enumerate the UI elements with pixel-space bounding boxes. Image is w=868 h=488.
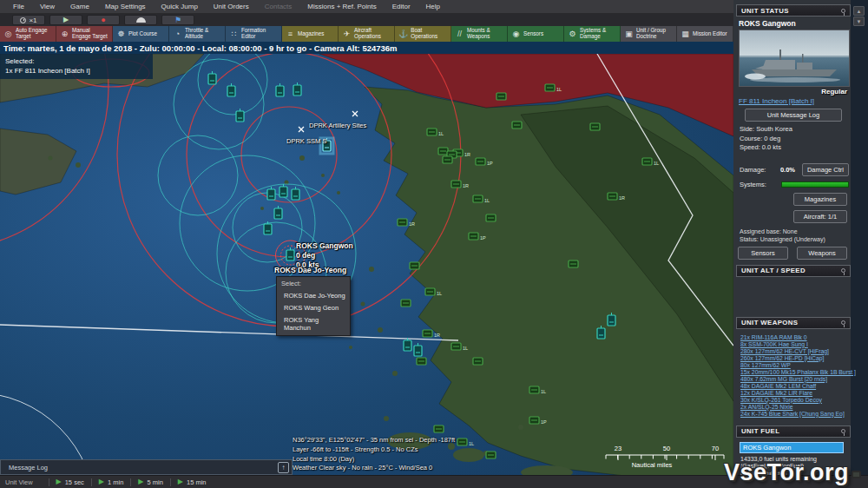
pin-icon[interactable] bbox=[841, 320, 845, 325]
weapon-link[interactable]: 12x DAGAIE Mk2 LIR Flare bbox=[740, 390, 851, 397]
ribbon-button-label: Mounts & Weapons bbox=[467, 28, 505, 40]
menu-item-map-settings[interactable]: Map Settings bbox=[97, 0, 154, 14]
weapon-link[interactable]: 2x AN/SLQ-25 Nixie bbox=[740, 404, 851, 411]
record-button[interactable]: ● bbox=[87, 15, 120, 25]
weapon-link[interactable]: 21x RIM-116A RAM Blk 0 bbox=[740, 334, 851, 341]
weapon-link[interactable]: 30x K/SLQ-261 Torpedo Decoy bbox=[740, 397, 851, 404]
ribbon-button-manual-engage-target[interactable]: ⊕Manual Engage Target bbox=[56, 26, 113, 42]
ribbon-button-unit-group-doctrine[interactable]: ▣Unit / Group Doctrine bbox=[621, 26, 677, 42]
menu-item-view[interactable]: View bbox=[32, 0, 62, 14]
unit-class-link[interactable]: FF 811 Incheon [Batch I] bbox=[739, 97, 851, 105]
facility-icon[interactable] bbox=[438, 148, 448, 155]
unit-alt-speed-header[interactable]: UNIT ALT / SPEED bbox=[736, 265, 851, 277]
menu-item-editor[interactable]: Editor bbox=[385, 0, 418, 14]
menu-item-help[interactable]: Help bbox=[418, 0, 448, 14]
facility-icon[interactable] bbox=[569, 260, 578, 267]
ribbon-button-mission-editor[interactable]: ▦Mission Editor bbox=[677, 26, 733, 42]
ribbon-button-systems-damage[interactable]: ⚙Systems & Damage bbox=[564, 26, 621, 42]
time-step-1-min[interactable]: ▶1 min bbox=[99, 478, 124, 486]
divider bbox=[49, 478, 49, 486]
facility-icon[interactable] bbox=[473, 358, 483, 365]
time-step-5-min[interactable]: ▶5 min bbox=[138, 478, 163, 486]
time-step-15-sec[interactable]: ▶15 sec bbox=[56, 478, 84, 486]
weapon-link[interactable]: 24x K-745 Blue Shark [Chung Sang Eo] bbox=[740, 411, 851, 418]
play-icon: ▶ bbox=[178, 478, 183, 485]
run-pause-button[interactable]: ▶ bbox=[49, 15, 82, 25]
unit-message-log-button[interactable]: Unit Message Log bbox=[745, 109, 842, 122]
weapons-button[interactable]: Weapons bbox=[797, 247, 847, 260]
unit-fuel-header[interactable]: UNIT FUEL bbox=[736, 425, 851, 438]
ribbon-button-boat-operations[interactable]: ⚓Boat Operations bbox=[395, 26, 451, 42]
aircraft-button[interactable]: Aircraft: 1/1 bbox=[793, 210, 847, 223]
unit-status-header[interactable]: UNIT STATUS bbox=[736, 4, 851, 16]
map-viewport[interactable]: 1L1R1P1L1R1L1P1R1L1R1L1P1L1L1R1L Selecte… bbox=[0, 54, 733, 476]
scroll-up-icon[interactable]: ▲ bbox=[853, 6, 865, 16]
bookmark-button[interactable]: ⚑ bbox=[161, 15, 194, 25]
ribbon-button-mounts-weapons[interactable]: //Mounts & Weapons bbox=[451, 26, 508, 42]
side-label: Side: South Korea bbox=[740, 125, 851, 135]
facility-icon[interactable] bbox=[443, 156, 452, 163]
time-step-15-min[interactable]: ▶15 min bbox=[178, 478, 207, 486]
assigned-base-label: Assigned base: None bbox=[740, 228, 851, 235]
context-menu-header: Select: bbox=[277, 278, 350, 289]
scroll-down-icon[interactable]: ▼ bbox=[853, 16, 865, 26]
facility-icon[interactable] bbox=[434, 425, 444, 432]
facility-icon[interactable] bbox=[401, 300, 411, 307]
ribbon-button-label: Sensors bbox=[523, 31, 543, 37]
menu-item-game[interactable]: Game bbox=[62, 0, 97, 14]
context-menu-item[interactable]: ROKS Yang Manchun bbox=[277, 313, 350, 333]
svg-text:1P: 1P bbox=[480, 235, 486, 241]
camera-view-button[interactable] bbox=[124, 15, 157, 25]
damage-value: 0.0% bbox=[780, 166, 795, 174]
selected-label: Selected: bbox=[5, 56, 148, 66]
svg-text:1L: 1L bbox=[463, 346, 468, 351]
weapon-link[interactable]: 8x SSM-700K Hae Sung I bbox=[740, 341, 851, 348]
message-log-bar[interactable]: Message Log ↑ bbox=[0, 459, 293, 475]
context-menu-item[interactable]: ROKS Wang Geon bbox=[277, 301, 350, 313]
ribbon-button-sensors[interactable]: ◉Sensors bbox=[508, 26, 564, 42]
time-step-label: 15 sec bbox=[65, 478, 84, 486]
facility-icon[interactable] bbox=[486, 214, 496, 221]
map-canvas[interactable]: 1L1R1P1L1R1L1P1R1L1R1L1P1L1L1R1L bbox=[0, 54, 733, 476]
unit-weapons-header[interactable]: UNIT WEAPONS bbox=[736, 317, 851, 329]
svg-text:1L: 1L bbox=[484, 198, 490, 203]
fuel-unit-selected-row[interactable]: ROKS Gangwon bbox=[740, 442, 844, 453]
sim-speed-button[interactable]: ×1 bbox=[12, 15, 45, 25]
sensors-button[interactable]: Sensors bbox=[738, 247, 788, 260]
facility-icon[interactable] bbox=[417, 358, 426, 365]
weapon-link[interactable]: 48x DAGAIE Mk2 LEM Chaff bbox=[740, 383, 851, 390]
ribbon-button-formation-editor[interactable]: ∷Formation Editor bbox=[226, 26, 282, 42]
svg-text:1L: 1L bbox=[541, 389, 546, 394]
magazines-button[interactable]: Magazines bbox=[793, 193, 847, 206]
ribbon-button-plot-course[interactable]: ☸Plot Course bbox=[113, 26, 169, 42]
facility-icon[interactable] bbox=[410, 262, 419, 269]
unit-select-context-menu: Select: ROKS Dae Jo-YeongROKS Wang GeonR… bbox=[276, 276, 351, 336]
weapon-link[interactable]: 15x 20mm/100 Mk15 Phalanx Blk 1B Burst ] bbox=[740, 369, 851, 376]
context-menu-item[interactable]: ROKS Dae Jo-Yeong bbox=[277, 289, 350, 301]
weapon-link[interactable]: 260x 127mm/62 HE-PD [HiCap] bbox=[740, 355, 851, 362]
ribbon-button-throttle-altitude[interactable]: ◔Throttle & Altitude bbox=[169, 26, 226, 42]
svg-text:1R: 1R bbox=[409, 221, 415, 227]
svg-text:1L: 1L bbox=[556, 87, 562, 92]
weapon-link[interactable]: 480x 7.62mm MG Burst [20 rnds] bbox=[740, 376, 851, 383]
facility-icon[interactable] bbox=[512, 122, 522, 129]
facility-icon[interactable] bbox=[496, 93, 506, 100]
weapon-link[interactable]: 80x 127mm/62 WP bbox=[740, 362, 851, 369]
time-step-label: 5 min bbox=[147, 478, 162, 486]
ribbon-button-aircraft-operations[interactable]: ✈Aircraft Operations bbox=[339, 26, 395, 42]
pin-icon[interactable] bbox=[841, 268, 845, 273]
ribbon-button-auto-engage-target[interactable]: ◎Auto Engage Target bbox=[0, 26, 56, 42]
menu-item-unit-orders[interactable]: Unit Orders bbox=[206, 0, 257, 14]
pin-icon[interactable] bbox=[841, 9, 845, 13]
expand-up-icon[interactable]: ↑ bbox=[278, 462, 289, 473]
damage-ctrl-button[interactable]: Damage Ctrl bbox=[802, 163, 849, 176]
facility-icon[interactable] bbox=[486, 452, 496, 458]
systems-health-bar bbox=[781, 181, 849, 188]
weapon-link[interactable]: 280x 127mm/62 HE-CVT [HiFrag] bbox=[740, 348, 851, 355]
menu-item-file[interactable]: File bbox=[5, 0, 32, 14]
ribbon-button-magazines[interactable]: ≡Magazines bbox=[282, 26, 339, 42]
facility-icon[interactable] bbox=[590, 123, 600, 130]
menu-item-missions-ref-points[interactable]: Missions + Ref. Points bbox=[299, 0, 384, 14]
menu-item-quick-jump[interactable]: Quick Jump bbox=[154, 0, 206, 14]
pin-icon[interactable] bbox=[841, 429, 845, 433]
